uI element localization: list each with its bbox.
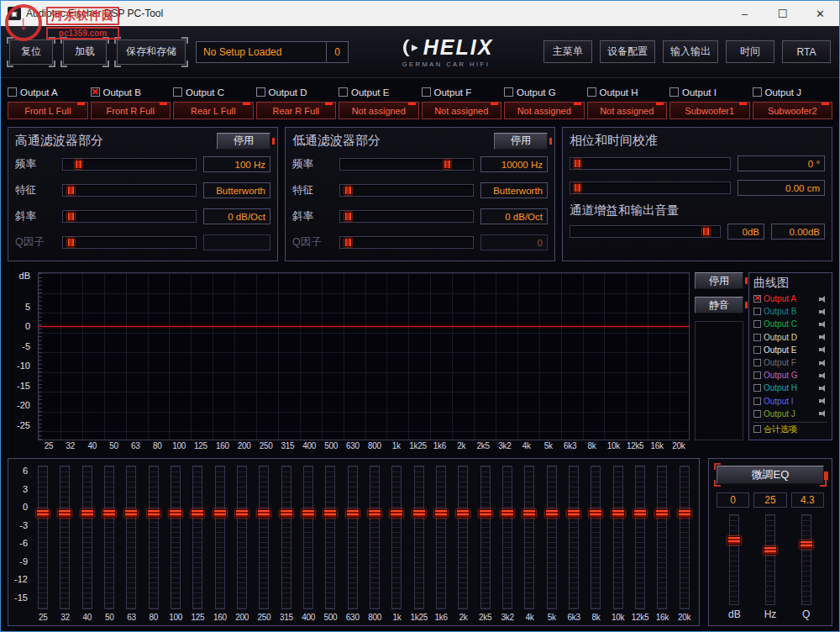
eq-band-slider[interactable] bbox=[364, 464, 386, 611]
eq-band-slider[interactable] bbox=[563, 464, 585, 611]
eq-band-slider[interactable] bbox=[651, 464, 673, 611]
eq-band-handle[interactable] bbox=[434, 509, 448, 518]
reset-button[interactable]: 复位 bbox=[9, 40, 53, 65]
slider-handle[interactable] bbox=[344, 212, 352, 221]
filter-slider[interactable] bbox=[62, 210, 197, 223]
phase-slider-handle[interactable] bbox=[574, 159, 581, 168]
slider-handle[interactable] bbox=[67, 212, 75, 221]
eq-band-slider[interactable] bbox=[629, 464, 651, 611]
output-assign-button[interactable]: Rear R Full bbox=[256, 102, 337, 119]
eq-band-handle[interactable] bbox=[479, 509, 492, 518]
output-checkbox[interactable] bbox=[339, 87, 348, 97]
filter-slider[interactable] bbox=[339, 158, 474, 171]
slider-handle[interactable] bbox=[67, 238, 75, 247]
filter-slider[interactable] bbox=[62, 184, 197, 197]
eq-band-slider[interactable] bbox=[452, 464, 474, 611]
filter-slider[interactable] bbox=[339, 210, 474, 223]
eq-band-handle[interactable] bbox=[257, 509, 270, 518]
eq-band-slider[interactable] bbox=[231, 464, 253, 611]
slider-handle[interactable] bbox=[444, 160, 451, 169]
eq-band-slider[interactable] bbox=[518, 464, 540, 611]
fine-eq-slider[interactable] bbox=[753, 513, 789, 607]
curve-checkbox[interactable] bbox=[753, 384, 761, 392]
filter-slider[interactable] bbox=[339, 184, 474, 197]
curve-checkbox[interactable] bbox=[753, 334, 761, 341]
eq-band-handle[interactable] bbox=[655, 509, 669, 518]
output-checkbox[interactable] bbox=[753, 87, 762, 97]
delay-slider[interactable] bbox=[570, 182, 731, 194]
eq-band-slider[interactable] bbox=[541, 464, 563, 611]
output-assign-button[interactable]: Not assigned bbox=[339, 102, 419, 119]
output-assign-button[interactable]: Not assigned bbox=[504, 102, 585, 119]
device-config-button[interactable]: 设备配置 bbox=[600, 40, 655, 63]
eq-band-handle[interactable] bbox=[678, 509, 691, 518]
eq-band-handle[interactable] bbox=[633, 509, 647, 518]
curve-checkbox[interactable] bbox=[753, 410, 761, 418]
eq-band-slider[interactable] bbox=[386, 464, 407, 611]
eq-band-slider[interactable] bbox=[430, 464, 452, 611]
eq-band-handle[interactable] bbox=[36, 509, 50, 518]
curve-checkbox[interactable] bbox=[753, 398, 761, 405]
eq-band-handle[interactable] bbox=[412, 509, 426, 518]
main-menu-button[interactable]: 主菜单 bbox=[543, 40, 592, 63]
filter-slider[interactable] bbox=[62, 236, 197, 249]
output-assign-button[interactable]: Rear L Full bbox=[173, 102, 254, 119]
eq-band-slider[interactable] bbox=[276, 464, 297, 611]
eq-band-handle[interactable] bbox=[567, 509, 580, 518]
output-checkbox[interactable] bbox=[669, 87, 679, 97]
output-checkbox[interactable] bbox=[8, 87, 17, 97]
close-button[interactable]: ✕ bbox=[801, 1, 839, 26]
input-output-button[interactable]: 输入输出 bbox=[663, 40, 718, 63]
eq-band-slider[interactable] bbox=[496, 464, 518, 611]
output-checkbox[interactable] bbox=[173, 87, 182, 97]
eq-band-slider[interactable] bbox=[674, 464, 696, 611]
mute-button[interactable]: 静音 bbox=[695, 297, 743, 313]
graph-disable-button[interactable]: 停用 bbox=[695, 272, 743, 289]
curve-checkbox[interactable] bbox=[753, 346, 761, 354]
eq-band-slider[interactable] bbox=[209, 464, 231, 611]
curve-checkbox[interactable] bbox=[753, 371, 761, 379]
eq-band-handle[interactable] bbox=[213, 509, 227, 518]
eq-band-slider[interactable] bbox=[120, 464, 142, 611]
eq-band-handle[interactable] bbox=[368, 509, 381, 518]
fine-eq-button[interactable]: 微調EQ bbox=[717, 466, 824, 484]
output-assign-button[interactable]: Front L Full bbox=[8, 102, 88, 119]
eq-band-handle[interactable] bbox=[612, 509, 625, 518]
output-assign-button[interactable]: Not assigned bbox=[422, 102, 502, 119]
fine-eq-handle[interactable] bbox=[764, 546, 777, 555]
eq-band-slider[interactable] bbox=[585, 464, 606, 611]
minimize-button[interactable]: – bbox=[726, 1, 764, 26]
curve-checkbox[interactable] bbox=[753, 308, 761, 315]
output-assign-button[interactable]: Front R Full bbox=[91, 102, 171, 119]
total-checkbox[interactable] bbox=[753, 425, 761, 433]
eq-band-slider[interactable] bbox=[98, 464, 120, 611]
eq-band-slider[interactable] bbox=[165, 464, 186, 611]
output-checkbox[interactable] bbox=[91, 87, 100, 97]
phase-slider[interactable] bbox=[570, 157, 731, 170]
output-checkbox[interactable] bbox=[504, 87, 513, 97]
eq-band-handle[interactable] bbox=[323, 509, 337, 518]
output-assign-button[interactable]: Subwoofer2 bbox=[753, 102, 833, 119]
response-graph[interactable] bbox=[38, 272, 690, 440]
fine-eq-slider[interactable] bbox=[717, 513, 753, 607]
output-checkbox[interactable] bbox=[587, 87, 596, 97]
fine-eq-handle[interactable] bbox=[727, 536, 741, 545]
delay-slider-handle[interactable] bbox=[574, 183, 581, 192]
highpass-disable-button[interactable]: 停用 bbox=[217, 133, 270, 150]
fine-eq-slider[interactable] bbox=[788, 513, 824, 607]
maximize-button[interactable]: ☐ bbox=[764, 1, 801, 26]
eq-band-slider[interactable] bbox=[54, 464, 76, 611]
eq-band-handle[interactable] bbox=[522, 509, 536, 518]
eq-band-slider[interactable] bbox=[475, 464, 496, 611]
eq-band-slider[interactable] bbox=[408, 464, 430, 611]
eq-band-slider[interactable] bbox=[32, 464, 54, 611]
eq-band-handle[interactable] bbox=[124, 509, 138, 518]
slider-handle[interactable] bbox=[75, 160, 82, 169]
eq-band-slider[interactable] bbox=[253, 464, 275, 611]
eq-band-slider[interactable] bbox=[143, 464, 165, 611]
save-store-button[interactable]: 保存和存储 bbox=[117, 40, 186, 65]
slider-handle[interactable] bbox=[344, 238, 352, 247]
eq-band-handle[interactable] bbox=[191, 509, 204, 518]
eq-band-slider[interactable] bbox=[607, 464, 629, 611]
slider-handle[interactable] bbox=[344, 186, 352, 195]
